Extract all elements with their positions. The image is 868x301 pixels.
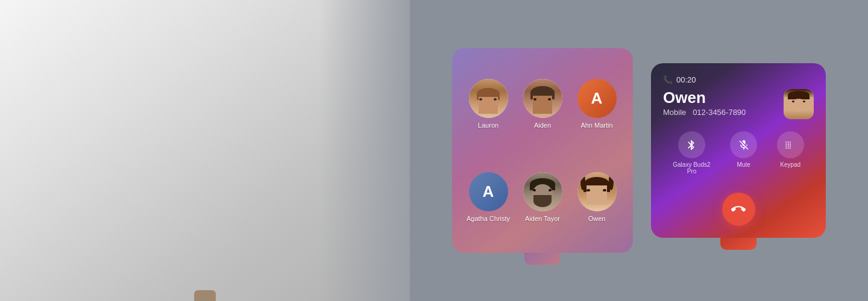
avatar-agatha-christy: A	[469, 172, 508, 211]
hair-right-owen	[609, 172, 614, 190]
caller-photo	[784, 89, 814, 119]
number-label: Mobile	[663, 108, 686, 117]
eye-l-aiden-tayor	[533, 189, 536, 191]
face-skin-owen	[587, 185, 607, 205]
contact-aiden-tayor[interactable]: Aiden Tayor	[523, 172, 562, 222]
face-lauron	[469, 79, 508, 118]
action-keypad[interactable]: Keypad	[777, 131, 804, 168]
action-galaxy-buds[interactable]: Galaxy Buds2Pro	[673, 131, 710, 175]
contact-name-agatha-christy: Agatha Christy	[467, 215, 510, 222]
eye-r-owen	[603, 189, 606, 191]
face-aiden	[523, 79, 562, 118]
contact-owen[interactable]: Owen	[577, 172, 617, 222]
eye-l-aiden	[533, 98, 536, 101]
call-actions: Galaxy Buds2Pro Mute Keypad	[663, 131, 814, 187]
eye-l-lauron	[479, 98, 482, 101]
eye-r-lauron	[494, 98, 497, 101]
initials-agatha: A	[483, 182, 494, 201]
contact-ahn-martin[interactable]: A Ahn Martin	[577, 79, 617, 129]
mute-icon	[730, 131, 757, 158]
call-info-header: Owen Mobile 012-3456-7890	[663, 89, 814, 119]
end-call-button[interactable]	[722, 193, 755, 226]
neck	[194, 290, 216, 301]
avatar-aiden-tayor	[523, 172, 562, 211]
action-label-keypad: Keypad	[780, 161, 800, 168]
keypad-icon	[777, 131, 804, 158]
ui-section: Lauron Aiden A Ahn Martin A	[410, 0, 868, 301]
caller-eye-r	[803, 101, 805, 102]
call-timer: 00:20	[676, 75, 696, 84]
bluetooth-icon	[678, 131, 705, 158]
eye-r-aiden	[548, 98, 551, 101]
caller-info: Owen Mobile 012-3456-7890	[663, 89, 746, 117]
caller-eye-l	[792, 101, 794, 102]
caller-number: Mobile 012-3456-7890	[663, 108, 746, 117]
bg-overlay	[319, 0, 410, 301]
caller-photo-hair	[788, 91, 810, 99]
phone-call-icon: 📞	[663, 75, 673, 84]
avatar-ahn-martin: A	[577, 79, 617, 118]
action-label-galaxy-buds: Galaxy Buds2Pro	[673, 161, 710, 175]
contacts-card: Lauron Aiden A Ahn Martin A	[452, 48, 633, 253]
caller-name: Owen	[663, 89, 746, 107]
contact-name-owen: Owen	[588, 215, 606, 222]
eye-l-owen	[587, 189, 590, 191]
initials-ahn: A	[591, 89, 603, 108]
contact-lauron[interactable]: Lauron	[469, 79, 508, 129]
face-owen	[577, 172, 617, 211]
contact-aiden[interactable]: Aiden	[523, 79, 562, 129]
contact-name-aiden: Aiden	[534, 122, 551, 129]
action-mute[interactable]: Mute	[730, 131, 757, 168]
hair-left-owen	[580, 172, 585, 190]
action-label-mute: Mute	[737, 161, 750, 168]
timer-row: 📞 00:20	[663, 75, 814, 84]
contact-name-lauron: Lauron	[478, 122, 498, 129]
eye-r-aiden-tayor	[549, 189, 552, 191]
face-aiden-tayor	[523, 172, 562, 211]
contact-name-ahn-martin: Ahn Martin	[580, 122, 612, 129]
phone-number: 012-3456-7890	[693, 108, 746, 117]
contact-name-aiden-tayor: Aiden Tayor	[525, 215, 560, 222]
avatar-aiden	[523, 79, 562, 118]
call-card: 📞 00:20 Owen Mobile 012-3456-7890	[651, 63, 826, 238]
contact-agatha-christy[interactable]: A Agatha Christy	[467, 172, 510, 222]
photo-section: Owen Mobile 012-3456 Galaxy Buds2 📞	[0, 0, 410, 301]
beard-aiden-tayor	[533, 195, 552, 207]
avatar-lauron	[469, 79, 508, 118]
avatar-owen	[577, 172, 617, 211]
